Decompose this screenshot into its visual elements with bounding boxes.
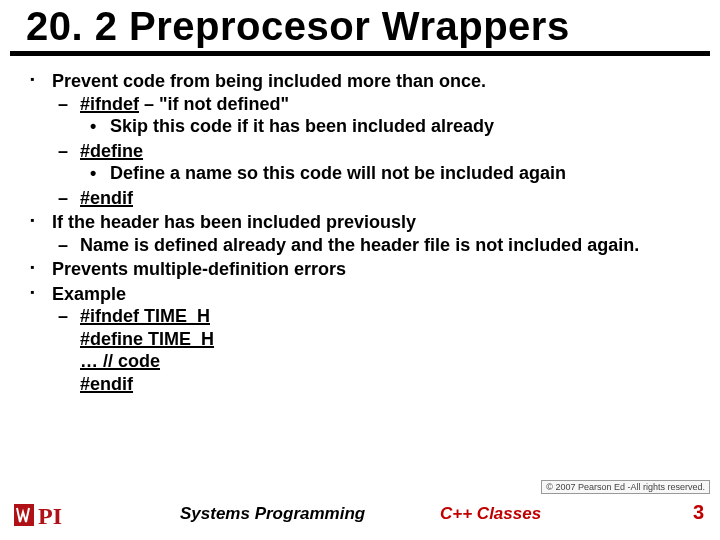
bullet-text: Prevent code from being included more th… (52, 71, 486, 91)
bullet-name-defined: Name is defined already and the header f… (52, 234, 702, 257)
example-block: #ifndef TIME_H #define TIME_H … // code … (52, 305, 702, 395)
wpi-logo: PI (14, 500, 92, 530)
page-number: 3 (693, 501, 704, 524)
bullet-define-desc: Define a name so this code will not be i… (80, 162, 702, 185)
bullet-endif: #endif (52, 187, 702, 210)
slide-footer: PI Systems Programming C++ Classes 3 (0, 494, 720, 534)
bullet-text: – "if not defined" (139, 94, 289, 114)
footer-center-text: Systems Programming (180, 504, 365, 524)
bullet-define: #define Define a name so this code will … (52, 140, 702, 185)
svg-text:PI: PI (38, 503, 62, 529)
bullet-text: Example (52, 284, 126, 304)
code-ifndef: #ifndef (80, 94, 139, 114)
bullet-prevents-errors: Prevents multiple-definition errors (26, 258, 702, 281)
bullet-header-prev: If the header has been included previous… (26, 211, 702, 256)
code-line: … // code (80, 351, 160, 371)
code-endif: #endif (80, 188, 133, 208)
code-line: #ifndef TIME_H (80, 306, 210, 326)
slide-body: Prevent code from being included more th… (0, 56, 720, 395)
bullet-skip: Skip this code if it has been included a… (80, 115, 702, 138)
bullet-ifndef: #ifndef – "if not defined" Skip this cod… (52, 93, 702, 138)
footer-right-text: C++ Classes (440, 504, 541, 524)
code-line: #define TIME_H (80, 329, 214, 349)
slide-title: 20. 2 Preprocesor Wrappers (26, 4, 720, 49)
code-define: #define (80, 141, 143, 161)
copyright-text: © 2007 Pearson Ed -All rights reserved. (541, 480, 710, 494)
bullet-prevent: Prevent code from being included more th… (26, 70, 702, 209)
code-line: #endif (80, 374, 133, 394)
bullet-text: If the header has been included previous… (52, 212, 416, 232)
bullet-example: Example #ifndef TIME_H #define TIME_H … … (26, 283, 702, 396)
